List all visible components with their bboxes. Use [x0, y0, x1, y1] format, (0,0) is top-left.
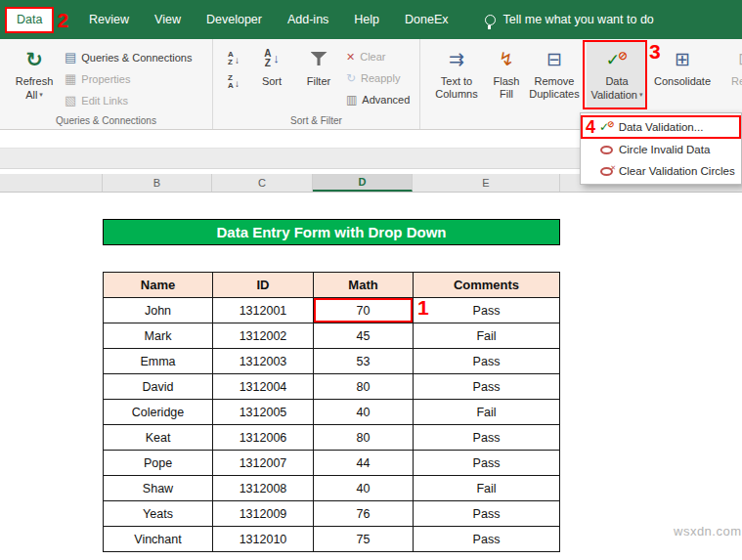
relationships-button[interactable]: Relati	[716, 44, 742, 88]
tell-me-box[interactable]: Tell me what you want to do	[485, 0, 654, 39]
sort-button[interactable]: Sort	[250, 44, 293, 88]
filter-button[interactable]: Filter	[297, 44, 340, 88]
advanced-button[interactable]: Advanced	[346, 94, 410, 106]
tab-data[interactable]: Data	[5, 7, 54, 33]
comments-cell[interactable]: Pass	[414, 527, 560, 552]
id-cell[interactable]: 1312006	[213, 425, 314, 451]
menu-item-clear-validation-circles[interactable]: Clear Validation Circles	[581, 160, 741, 182]
sort-descending-button[interactable]	[221, 71, 246, 93]
comments-cell[interactable]: Pass	[414, 501, 560, 527]
sort-filter-group: Sort Filter Clear Reapply Advanced Sort …	[213, 39, 420, 129]
lightbulb-icon	[485, 15, 496, 25]
column-header-e[interactable]: E	[413, 174, 560, 192]
relationships-label: Relati	[716, 75, 742, 88]
sort-icon	[264, 49, 271, 68]
id-cell[interactable]: 1312002	[213, 323, 314, 349]
name-cell[interactable]: Pope	[104, 451, 213, 476]
clear-filter-button[interactable]: Clear	[346, 51, 386, 63]
remove-duplicates-button[interactable]: Remove Duplicates	[524, 44, 585, 101]
sort-za-icon	[228, 74, 234, 90]
queries-connections-icon	[65, 51, 76, 64]
properties-button[interactable]: Properties	[65, 72, 130, 85]
tab-doneex[interactable]: DoneEx	[392, 0, 460, 39]
math-cell[interactable]: 75	[314, 527, 414, 552]
tab-help[interactable]: Help	[341, 0, 392, 39]
column-header-b[interactable]: B	[103, 174, 212, 192]
table-row: Yeats 1312009 76 Pass	[104, 501, 560, 527]
name-cell[interactable]: Shaw	[104, 476, 213, 501]
name-cell[interactable]: David	[104, 374, 213, 400]
name-cell[interactable]: Coleridge	[104, 400, 213, 425]
comments-cell[interactable]: Fail	[414, 400, 560, 425]
edit-links-button[interactable]: Edit Links	[65, 94, 128, 107]
math-cell[interactable]: 80	[314, 425, 414, 451]
reapply-button[interactable]: Reapply	[346, 72, 400, 84]
clear-validation-circles-icon	[600, 167, 613, 176]
queries-connections-button[interactable]: Queries & Connections	[65, 51, 192, 64]
tab-review[interactable]: Review	[76, 0, 142, 39]
name-cell[interactable]: Keat	[104, 425, 213, 451]
data-validation-icon	[606, 50, 628, 68]
remove-duplicates-label-line2: Duplicates	[524, 88, 585, 101]
name-cell[interactable]: Vinchant	[104, 527, 213, 552]
refresh-all-button[interactable]: Refresh All	[8, 44, 61, 102]
name-cell[interactable]: Mark	[104, 323, 213, 349]
id-cell[interactable]: 1312004	[213, 374, 314, 400]
table-header-comments[interactable]: Comments	[414, 273, 560, 298]
name-cell[interactable]: John	[104, 298, 213, 323]
relationships-icon	[738, 51, 742, 67]
table-header-math[interactable]: Math	[314, 273, 414, 298]
refresh-all-label-line2: All	[25, 89, 37, 101]
math-cell[interactable]: 44	[314, 451, 414, 476]
table-row: Keat 1312006 80 Pass	[104, 425, 560, 451]
column-header-d-selected[interactable]: D	[313, 174, 413, 192]
comments-cell[interactable]: Fail	[414, 476, 560, 501]
math-cell-highlighted[interactable]: 70	[314, 298, 414, 323]
tab-developer[interactable]: Developer	[194, 0, 275, 39]
id-cell[interactable]: 1312003	[213, 349, 314, 374]
remove-duplicates-label-line1: Remove	[524, 75, 585, 88]
properties-icon	[65, 72, 76, 85]
math-cell[interactable]: 80	[314, 374, 414, 400]
table-row: Coleridge 1312005 40 Fail	[104, 400, 560, 425]
comments-cell[interactable]: Pass	[414, 425, 560, 451]
id-cell[interactable]: 1312010	[213, 527, 314, 552]
column-header-a[interactable]	[0, 174, 103, 192]
data-validation-label-line2: Validation	[590, 89, 637, 101]
menu-item-data-validation[interactable]: 4 Data Validation...	[581, 115, 741, 139]
tab-add-ins[interactable]: Add-ins	[275, 0, 341, 39]
comments-cell[interactable]: Pass	[414, 349, 560, 374]
column-header-c[interactable]: C	[212, 174, 313, 192]
math-cell[interactable]: 76	[314, 501, 414, 527]
math-cell[interactable]: 40	[314, 476, 414, 501]
id-cell[interactable]: 1312001	[213, 298, 314, 323]
name-cell[interactable]: Yeats	[104, 501, 213, 527]
filter-label: Filter	[297, 75, 340, 88]
sort-ascending-button[interactable]	[221, 48, 246, 69]
math-cell[interactable]: 40	[314, 400, 414, 425]
id-cell[interactable]: 1312008	[213, 476, 314, 501]
comments-cell[interactable]: Pass	[414, 298, 560, 323]
table-header-id[interactable]: ID	[213, 273, 314, 298]
flash-fill-button[interactable]: Flash Fill	[485, 44, 528, 101]
tab-view[interactable]: View	[142, 0, 194, 39]
remove-duplicates-icon	[546, 50, 562, 68]
id-cell[interactable]: 1312007	[213, 451, 314, 476]
comments-cell[interactable]: Fail	[414, 323, 560, 349]
table-row: David 1312004 80 Pass	[104, 374, 560, 400]
id-cell[interactable]: 1312005	[213, 400, 314, 425]
clear-label: Clear	[360, 51, 385, 63]
id-cell[interactable]: 1312009	[213, 501, 314, 527]
properties-label: Properties	[81, 73, 130, 85]
tell-me-label: Tell me what you want to do	[503, 13, 654, 26]
text-to-columns-button[interactable]: Text to Columns	[430, 44, 483, 101]
comments-cell[interactable]: Pass	[414, 451, 560, 476]
math-cell[interactable]: 53	[314, 349, 414, 374]
data-validation-button[interactable]: Data Validation	[589, 44, 645, 102]
comments-cell[interactable]: Pass	[414, 374, 560, 400]
math-cell[interactable]: 45	[314, 323, 414, 349]
menu-item-circle-invalid-data[interactable]: Circle Invalid Data	[581, 139, 741, 160]
name-cell[interactable]: Emma	[104, 349, 213, 374]
data-validation-icon	[599, 120, 615, 134]
table-header-name[interactable]: Name	[104, 273, 213, 298]
